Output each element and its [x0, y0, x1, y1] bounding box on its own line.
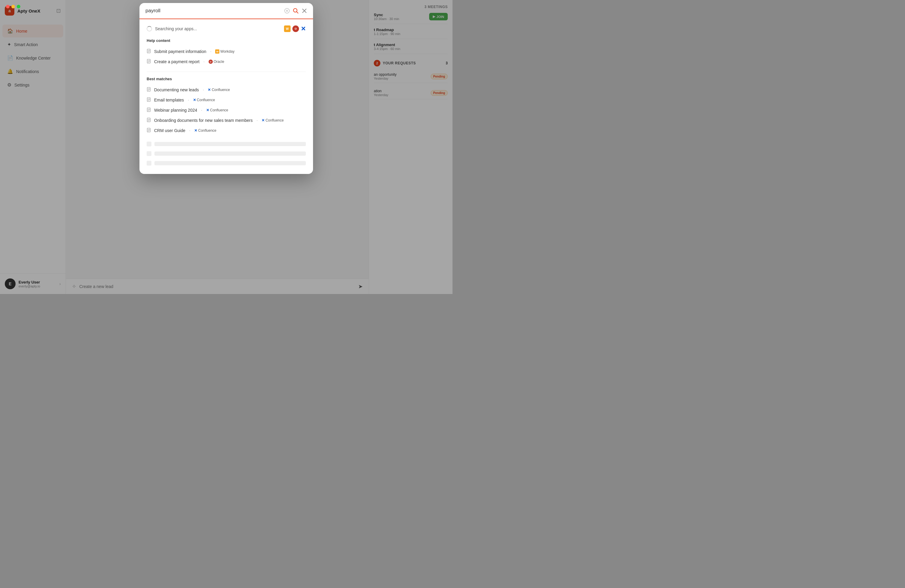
- search-bar: [140, 3, 313, 19]
- list-item[interactable]: Onboarding documents for new sales team …: [147, 115, 306, 126]
- result-text: Email templates: [154, 98, 184, 102]
- result-source: ·: [200, 108, 203, 112]
- list-item[interactable]: CRM user Guide · ✕ Confluence: [147, 126, 306, 136]
- close-button[interactable]: [6, 5, 10, 8]
- skeleton-line: [154, 151, 306, 156]
- skeleton-row: [147, 149, 306, 158]
- oracle-badge: O Oracle: [209, 60, 224, 64]
- skeleton-icon: [147, 141, 151, 146]
- result-source: ·: [203, 60, 206, 64]
- confluence-badge-icon: ✕: [194, 129, 197, 133]
- document-icon: [147, 118, 151, 123]
- searching-spinner: [147, 26, 152, 32]
- result-source: ·: [187, 98, 190, 102]
- skeleton-icon: [147, 161, 151, 165]
- search-modal: Searching your apps... W O ✕ Help conten…: [140, 3, 313, 174]
- document-icon: [147, 128, 151, 133]
- oracle-badge-icon: O: [209, 60, 213, 64]
- confluence-badge: ✕ Confluence: [208, 88, 230, 92]
- help-content-title: Help content: [147, 38, 306, 43]
- confluence-badge-icon: ✕: [262, 118, 265, 122]
- oracle-icon: O: [292, 25, 299, 32]
- workday-badge: W Workday: [215, 49, 234, 54]
- search-overlay[interactable]: Searching your apps... W O ✕ Help conten…: [0, 0, 452, 294]
- searching-text: Searching your apps...: [155, 26, 197, 31]
- modal-body: Searching your apps... W O ✕ Help conten…: [140, 19, 313, 174]
- document-icon: [147, 49, 151, 54]
- result-source: ·: [202, 88, 205, 92]
- list-item[interactable]: Submit payment information · W Workday: [147, 46, 306, 57]
- clear-search-icon[interactable]: [284, 8, 290, 13]
- result-text: Create a payment report: [154, 59, 200, 64]
- skeleton-line: [154, 161, 306, 165]
- search-input[interactable]: [145, 8, 281, 14]
- confluence-badge: ✕ Confluence: [262, 118, 284, 122]
- window-controls: [6, 5, 21, 8]
- app-icons: W O ✕: [284, 25, 306, 32]
- skeleton-row: [147, 158, 306, 168]
- result-text: Webinar planning 2024: [154, 108, 197, 113]
- result-text: Submit payment information: [154, 49, 206, 54]
- confluence-badge: ✕ Confluence: [193, 98, 215, 102]
- workday-badge-icon: W: [215, 49, 219, 54]
- document-icon: [147, 59, 151, 64]
- result-source: ·: [209, 49, 212, 54]
- list-item[interactable]: Documenting new leads · ✕ Confluence: [147, 85, 306, 95]
- result-source: ·: [256, 118, 259, 122]
- minimize-button[interactable]: [11, 5, 15, 8]
- document-icon: [147, 87, 151, 92]
- best-matches-title: Best matches: [147, 77, 306, 81]
- maximize-button[interactable]: [17, 5, 21, 8]
- confluence-badge: ✕ Confluence: [194, 129, 216, 133]
- search-icon: [293, 8, 298, 14]
- workday-icon: W: [284, 25, 291, 32]
- result-text: CRM user Guide: [154, 128, 185, 133]
- confluence-badge-icon: ✕: [208, 88, 211, 92]
- list-item[interactable]: Email templates · ✕ Confluence: [147, 95, 306, 105]
- section-divider: [147, 72, 306, 72]
- confluence-badge: ✕ Confluence: [206, 108, 229, 112]
- svg-line-4: [297, 12, 298, 13]
- confluence-badge-icon: ✕: [193, 98, 196, 102]
- result-text: Onboarding documents for new sales team …: [154, 118, 252, 123]
- modal-close-icon[interactable]: [302, 8, 307, 13]
- skeleton-row: [147, 139, 306, 149]
- list-item[interactable]: Webinar planning 2024 · ✕ Confluence: [147, 105, 306, 115]
- document-icon: [147, 108, 151, 113]
- skeleton-icon: [147, 151, 151, 156]
- confluence-badge-icon: ✕: [206, 108, 209, 112]
- searching-left: Searching your apps...: [147, 26, 197, 32]
- confluence-icon: ✕: [301, 25, 306, 32]
- document-icon: [147, 97, 151, 103]
- skeleton-line: [154, 142, 306, 146]
- result-source: ·: [188, 129, 191, 133]
- searching-row: Searching your apps... W O ✕: [147, 25, 306, 32]
- list-item[interactable]: Create a payment report · O Oracle: [147, 57, 306, 67]
- result-text: Documenting new leads: [154, 87, 199, 92]
